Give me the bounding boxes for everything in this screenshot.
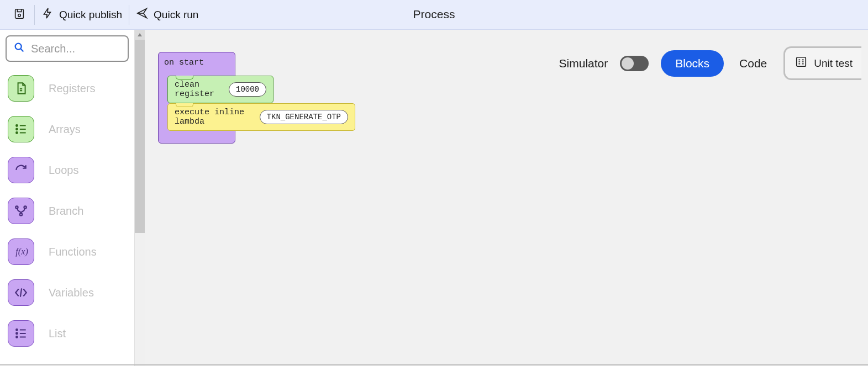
scroll-up-arrow[interactable] bbox=[135, 30, 145, 40]
simulator-label: Simulator bbox=[559, 57, 608, 70]
scroll-thumb[interactable] bbox=[135, 40, 145, 233]
category-label: Arrays bbox=[49, 123, 81, 136]
svg-point-7 bbox=[24, 206, 26, 208]
svg-point-2 bbox=[15, 44, 22, 50]
category-label: Loops bbox=[49, 164, 79, 177]
refresh-icon bbox=[8, 157, 34, 183]
divider bbox=[34, 5, 35, 25]
quick-publish-label: Quick publish bbox=[59, 9, 122, 21]
svg-point-12 bbox=[16, 336, 18, 338]
svg-point-3 bbox=[16, 125, 18, 126]
svg-point-1 bbox=[18, 14, 21, 17]
topbar: Quick publish Quick run Process bbox=[0, 0, 868, 30]
tab-blocks[interactable]: Blocks bbox=[661, 50, 724, 77]
category-branch[interactable]: Branch bbox=[8, 198, 127, 224]
category-label: List bbox=[49, 327, 66, 340]
svg-point-10 bbox=[16, 329, 18, 331]
category-loops[interactable]: Loops bbox=[8, 157, 127, 183]
main-area: Registers Arrays Loops Branch bbox=[0, 30, 868, 366]
workspace-canvas[interactable]: on start clean register 10000 execute in… bbox=[145, 30, 868, 366]
bolt-icon bbox=[41, 7, 54, 22]
search-wrapper[interactable] bbox=[6, 35, 129, 62]
sidebar: Registers Arrays Loops Branch bbox=[0, 30, 135, 366]
svg-point-5 bbox=[16, 132, 18, 134]
divider bbox=[129, 5, 129, 25]
block-label: execute inline lambda bbox=[175, 108, 254, 126]
unit-test-button[interactable]: Unit test bbox=[783, 46, 861, 80]
svg-point-11 bbox=[16, 333, 18, 335]
scrollbar[interactable] bbox=[135, 30, 145, 366]
unit-test-label: Unit test bbox=[814, 57, 853, 70]
branch-icon bbox=[8, 198, 34, 224]
svg-point-8 bbox=[20, 213, 22, 215]
quick-run-label: Quick run bbox=[154, 9, 198, 21]
svg-point-6 bbox=[15, 206, 18, 208]
block-label: clean register bbox=[175, 80, 223, 99]
category-registers[interactable]: Registers bbox=[8, 75, 127, 102]
category-label: Variables bbox=[49, 287, 94, 299]
list-icon bbox=[8, 116, 34, 142]
checklist-icon bbox=[795, 56, 807, 71]
send-icon bbox=[136, 7, 148, 22]
block-execute-lambda[interactable]: execute inline lambda TKN_GENERATE_OTP bbox=[167, 103, 355, 131]
svg-rect-13 bbox=[797, 57, 806, 67]
category-label: Functions bbox=[49, 246, 97, 258]
category-functions[interactable]: f(x) Functions bbox=[8, 238, 127, 265]
search-icon bbox=[13, 41, 25, 56]
category-label: Registers bbox=[49, 82, 95, 95]
category-list: Registers Arrays Loops Branch bbox=[6, 72, 129, 350]
tab-code[interactable]: Code bbox=[735, 50, 771, 77]
block-argument[interactable]: TKN_GENERATE_OTP bbox=[260, 110, 348, 124]
svg-text:f(x): f(x) bbox=[15, 247, 28, 257]
simulator-toggle[interactable] bbox=[620, 56, 649, 71]
fx-icon: f(x) bbox=[8, 238, 34, 265]
quick-run-button[interactable]: Quick run bbox=[131, 4, 203, 25]
view-tabs: Blocks Code bbox=[661, 50, 771, 77]
save-button[interactable] bbox=[7, 4, 32, 26]
block-on-start[interactable]: on start clean register 10000 execute in… bbox=[158, 52, 235, 144]
category-list[interactable]: List bbox=[8, 320, 127, 347]
block-clean-register[interactable]: clean register 10000 bbox=[167, 76, 273, 103]
list-icon bbox=[8, 320, 34, 347]
quick-publish-button[interactable]: Quick publish bbox=[37, 4, 127, 25]
bottom-border bbox=[0, 364, 868, 365]
page-title: Process bbox=[413, 8, 455, 21]
category-label: Branch bbox=[49, 205, 83, 218]
category-arrays[interactable]: Arrays bbox=[8, 116, 127, 142]
canvas-controls: Simulator Blocks Code Unit test bbox=[559, 46, 861, 80]
file-icon bbox=[8, 75, 34, 102]
toggle-knob bbox=[622, 57, 634, 70]
floppy-icon bbox=[13, 8, 25, 22]
block-argument[interactable]: 10000 bbox=[229, 82, 266, 97]
svg-point-4 bbox=[16, 129, 18, 130]
code-icon bbox=[8, 279, 34, 306]
on-start-label: on start bbox=[164, 58, 235, 73]
category-variables[interactable]: Variables bbox=[8, 279, 127, 306]
